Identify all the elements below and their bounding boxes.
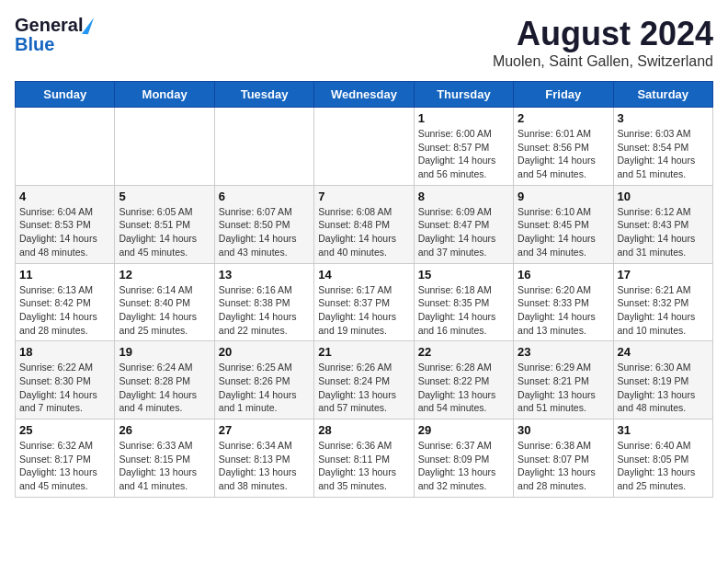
day-info: Sunrise: 6:40 AMSunset: 8:05 PMDaylight:…: [618, 439, 709, 493]
calendar-week-row: 25Sunrise: 6:32 AMSunset: 8:17 PMDayligh…: [16, 419, 713, 498]
calendar-cell: 27Sunrise: 6:34 AMSunset: 8:13 PMDayligh…: [214, 419, 313, 498]
calendar-cell: 26Sunrise: 6:33 AMSunset: 8:15 PMDayligh…: [115, 419, 214, 498]
logo-general-text: General: [15, 15, 83, 36]
day-number: 21: [318, 345, 409, 359]
calendar-cell: 17Sunrise: 6:21 AMSunset: 8:32 PMDayligh…: [613, 263, 712, 341]
day-info: Sunrise: 6:26 AMSunset: 8:24 PMDaylight:…: [318, 361, 409, 415]
day-number: 28: [318, 423, 409, 437]
day-number: 19: [119, 345, 210, 359]
day-number: 6: [219, 190, 310, 203]
calendar-cell: 18Sunrise: 6:22 AMSunset: 8:30 PMDayligh…: [16, 341, 115, 419]
day-info: Sunrise: 6:28 AMSunset: 8:22 PMDaylight:…: [418, 361, 509, 415]
day-number: 29: [418, 423, 509, 437]
calendar-week-row: 4Sunrise: 6:04 AMSunset: 8:53 PMDaylight…: [16, 185, 713, 263]
day-info: Sunrise: 6:25 AMSunset: 8:26 PMDaylight:…: [219, 361, 310, 415]
day-of-week-thursday: Thursday: [414, 82, 513, 108]
day-of-week-sunday: Sunday: [16, 82, 115, 108]
calendar-cell: 22Sunrise: 6:28 AMSunset: 8:22 PMDayligh…: [414, 341, 513, 419]
day-number: 25: [19, 423, 110, 437]
calendar-cell: 9Sunrise: 6:10 AMSunset: 8:45 PMDaylight…: [514, 185, 613, 263]
day-number: 3: [618, 111, 709, 125]
calendar-cell: 23Sunrise: 6:29 AMSunset: 8:21 PMDayligh…: [514, 341, 613, 419]
day-info: Sunrise: 6:10 AMSunset: 8:45 PMDaylight:…: [518, 205, 609, 259]
day-number: 16: [518, 268, 609, 282]
calendar-week-row: 1Sunrise: 6:00 AMSunset: 8:57 PMDaylight…: [16, 108, 713, 186]
main-title: August 2024: [493, 15, 713, 53]
day-info: Sunrise: 6:24 AMSunset: 8:28 PMDaylight:…: [119, 361, 210, 415]
day-number: 26: [119, 423, 210, 437]
calendar-cell: 4Sunrise: 6:04 AMSunset: 8:53 PMDaylight…: [16, 185, 115, 263]
day-number: 18: [19, 345, 110, 359]
subtitle: Muolen, Saint Gallen, Switzerland: [493, 53, 713, 70]
day-info: Sunrise: 6:17 AMSunset: 8:37 PMDaylight:…: [318, 283, 409, 338]
logo: General Blue: [15, 15, 91, 55]
calendar-table: SundayMondayTuesdayWednesdayThursdayFrid…: [15, 81, 713, 498]
day-info: Sunrise: 6:30 AMSunset: 8:19 PMDaylight:…: [618, 361, 709, 415]
day-number: 12: [119, 268, 210, 282]
day-number: 7: [318, 190, 409, 203]
calendar-week-row: 11Sunrise: 6:13 AMSunset: 8:42 PMDayligh…: [16, 263, 713, 341]
day-number: 10: [618, 190, 709, 203]
logo-triangle-icon: [82, 17, 94, 34]
calendar-cell: 10Sunrise: 6:12 AMSunset: 8:43 PMDayligh…: [613, 185, 712, 263]
day-info: Sunrise: 6:16 AMSunset: 8:38 PMDaylight:…: [219, 283, 310, 338]
day-number: 15: [418, 268, 509, 282]
calendar-cell: [214, 108, 313, 186]
calendar-cell: 15Sunrise: 6:18 AMSunset: 8:35 PMDayligh…: [414, 263, 513, 341]
day-number: 8: [418, 190, 509, 203]
day-number: 14: [318, 268, 409, 282]
calendar-cell: 6Sunrise: 6:07 AMSunset: 8:50 PMDaylight…: [214, 185, 313, 263]
day-number: 30: [518, 423, 609, 437]
calendar-cell: 11Sunrise: 6:13 AMSunset: 8:42 PMDayligh…: [16, 263, 115, 341]
day-info: Sunrise: 6:14 AMSunset: 8:40 PMDaylight:…: [119, 283, 210, 338]
day-info: Sunrise: 6:12 AMSunset: 8:43 PMDaylight:…: [618, 205, 709, 259]
calendar-cell: 31Sunrise: 6:40 AMSunset: 8:05 PMDayligh…: [613, 419, 712, 498]
day-info: Sunrise: 6:36 AMSunset: 8:11 PMDaylight:…: [318, 439, 409, 493]
day-number: 2: [518, 111, 609, 125]
day-number: 22: [418, 345, 509, 359]
day-number: 27: [219, 423, 310, 437]
calendar-cell: 19Sunrise: 6:24 AMSunset: 8:28 PMDayligh…: [115, 341, 214, 419]
day-number: 20: [219, 345, 310, 359]
calendar-cell: 2Sunrise: 6:01 AMSunset: 8:56 PMDaylight…: [514, 108, 613, 186]
day-info: Sunrise: 6:33 AMSunset: 8:15 PMDaylight:…: [119, 439, 210, 493]
calendar-cell: 5Sunrise: 6:05 AMSunset: 8:51 PMDaylight…: [115, 185, 214, 263]
title-area: August 2024 Muolen, Saint Gallen, Switze…: [493, 15, 713, 70]
day-info: Sunrise: 6:20 AMSunset: 8:33 PMDaylight:…: [518, 283, 609, 338]
day-info: Sunrise: 6:21 AMSunset: 8:32 PMDaylight:…: [618, 283, 709, 338]
calendar-cell: 21Sunrise: 6:26 AMSunset: 8:24 PMDayligh…: [314, 341, 414, 419]
day-info: Sunrise: 6:07 AMSunset: 8:50 PMDaylight:…: [219, 205, 310, 259]
calendar-cell: 25Sunrise: 6:32 AMSunset: 8:17 PMDayligh…: [16, 419, 115, 498]
day-number: 13: [219, 268, 310, 282]
calendar-cell: 3Sunrise: 6:03 AMSunset: 8:54 PMDaylight…: [613, 108, 712, 186]
day-info: Sunrise: 6:18 AMSunset: 8:35 PMDaylight:…: [418, 283, 509, 338]
calendar-cell: [16, 108, 115, 186]
calendar-cell: 12Sunrise: 6:14 AMSunset: 8:40 PMDayligh…: [115, 263, 214, 341]
day-info: Sunrise: 6:05 AMSunset: 8:51 PMDaylight:…: [119, 205, 210, 259]
day-info: Sunrise: 6:32 AMSunset: 8:17 PMDaylight:…: [19, 439, 110, 493]
calendar-cell: 30Sunrise: 6:38 AMSunset: 8:07 PMDayligh…: [514, 419, 613, 498]
day-number: 4: [19, 190, 110, 203]
day-info: Sunrise: 6:29 AMSunset: 8:21 PMDaylight:…: [518, 361, 609, 415]
calendar-cell: [115, 108, 214, 186]
day-number: 11: [19, 268, 110, 282]
calendar-cell: 28Sunrise: 6:36 AMSunset: 8:11 PMDayligh…: [314, 419, 414, 498]
day-number: 1: [418, 111, 509, 125]
calendar-header-row: SundayMondayTuesdayWednesdayThursdayFrid…: [16, 82, 713, 108]
day-of-week-saturday: Saturday: [613, 82, 712, 108]
day-number: 17: [618, 268, 709, 282]
day-info: Sunrise: 6:08 AMSunset: 8:48 PMDaylight:…: [318, 205, 409, 259]
calendar-cell: 16Sunrise: 6:20 AMSunset: 8:33 PMDayligh…: [514, 263, 613, 341]
day-of-week-friday: Friday: [514, 82, 613, 108]
day-info: Sunrise: 6:22 AMSunset: 8:30 PMDaylight:…: [19, 361, 110, 415]
day-number: 9: [518, 190, 609, 203]
calendar-cell: 7Sunrise: 6:08 AMSunset: 8:48 PMDaylight…: [314, 185, 414, 263]
page-header: General Blue August 2024 Muolen, Saint G…: [15, 15, 713, 70]
calendar-cell: 8Sunrise: 6:09 AMSunset: 8:47 PMDaylight…: [414, 185, 513, 263]
day-info: Sunrise: 6:04 AMSunset: 8:53 PMDaylight:…: [19, 205, 110, 259]
calendar-cell: 24Sunrise: 6:30 AMSunset: 8:19 PMDayligh…: [613, 341, 712, 419]
calendar-cell: 20Sunrise: 6:25 AMSunset: 8:26 PMDayligh…: [214, 341, 313, 419]
calendar-cell: 1Sunrise: 6:00 AMSunset: 8:57 PMDaylight…: [414, 108, 513, 186]
day-of-week-wednesday: Wednesday: [314, 82, 414, 108]
day-of-week-tuesday: Tuesday: [214, 82, 313, 108]
